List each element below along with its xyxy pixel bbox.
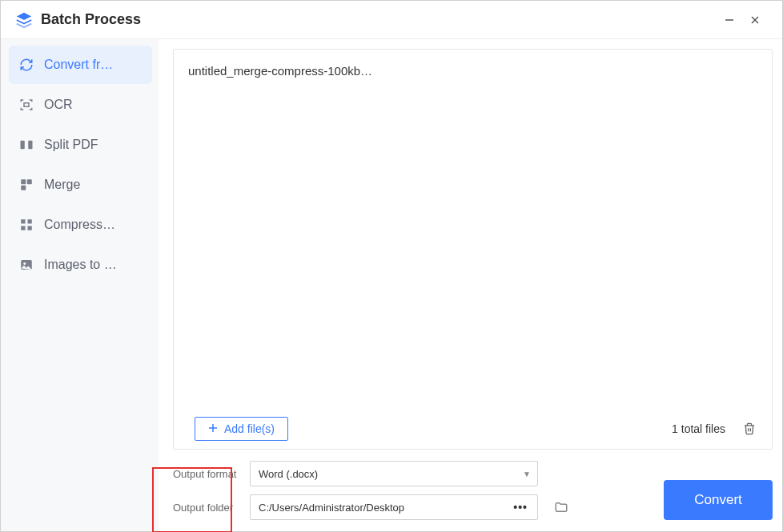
svg-rect-8 [21,186,26,190]
settings-bar: Output format Word (.docx) ▼ Output fold… [173,461,773,520]
output-format-select[interactable]: Word (.docx) ▼ [250,461,538,486]
app-window: Batch Process Convert fr… [0,0,783,532]
output-folder-label: Output folder [173,502,240,514]
more-icon[interactable]: ••• [508,501,532,514]
svg-rect-10 [28,219,32,223]
total-files-label: 1 total files [672,422,725,435]
file-actions-bar: Add file(s) 1 total files [174,412,772,449]
svg-rect-5 [28,141,32,150]
sidebar-item-label: Merge [44,178,80,192]
svg-rect-3 [24,103,29,107]
browse-folder-button[interactable] [552,498,570,516]
chevron-down-icon: ▼ [523,470,531,478]
main-panel: untitled_merge-compress-100kb… Add file(… [159,39,782,531]
split-icon [18,137,34,153]
convert-label: Convert [694,492,742,508]
add-files-button[interactable]: Add file(s) [195,417,288,441]
svg-rect-9 [21,219,25,223]
sidebar-item-label: Compress… [44,218,115,232]
sidebar-item-compress[interactable]: Compress… [9,206,152,244]
delete-button[interactable] [741,421,757,437]
sidebar-item-images[interactable]: Images to … [9,246,152,284]
image-icon [18,257,34,273]
app-logo-icon [15,11,33,29]
sidebar: Convert fr… OCR Split PDF [1,39,159,531]
svg-rect-11 [21,226,25,230]
svg-rect-4 [21,141,25,150]
merge-icon [18,177,34,193]
minimize-button[interactable] [717,7,742,33]
file-row[interactable]: untitled_merge-compress-100kb… [188,64,757,78]
convert-button[interactable]: Convert [664,480,773,520]
sidebar-item-split[interactable]: Split PDF [9,126,152,164]
plus-icon [208,422,218,435]
output-folder-row: Output folder C:/Users/Administrator/Des… [173,494,649,520]
output-folder-input[interactable]: C:/Users/Administrator/Desktop ••• [250,494,538,520]
svg-rect-6 [21,179,26,184]
refresh-icon [18,57,34,73]
svg-point-14 [23,262,26,265]
sidebar-item-label: OCR [44,98,73,112]
ocr-icon [18,97,34,113]
compress-icon [18,217,34,233]
file-list: untitled_merge-compress-100kb… [174,50,772,412]
close-button[interactable] [742,7,768,33]
title-bar: Batch Process [1,1,782,39]
window-title: Batch Process [41,11,141,28]
sidebar-item-merge[interactable]: Merge [9,166,152,204]
output-format-label: Output format [173,468,240,480]
output-format-row: Output format Word (.docx) ▼ [173,461,649,486]
sidebar-item-label: Convert fr… [44,58,113,72]
sidebar-item-convert[interactable]: Convert fr… [9,46,152,84]
svg-rect-12 [28,226,32,230]
sidebar-item-label: Images to … [44,258,117,272]
sidebar-item-label: Split PDF [44,138,98,152]
output-format-value: Word (.docx) [259,468,318,480]
add-files-label: Add file(s) [224,422,275,435]
file-list-pane: untitled_merge-compress-100kb… Add file(… [173,49,773,450]
output-folder-value: C:/Users/Administrator/Desktop [259,502,508,514]
sidebar-item-ocr[interactable]: OCR [9,86,152,124]
svg-rect-7 [27,179,32,184]
